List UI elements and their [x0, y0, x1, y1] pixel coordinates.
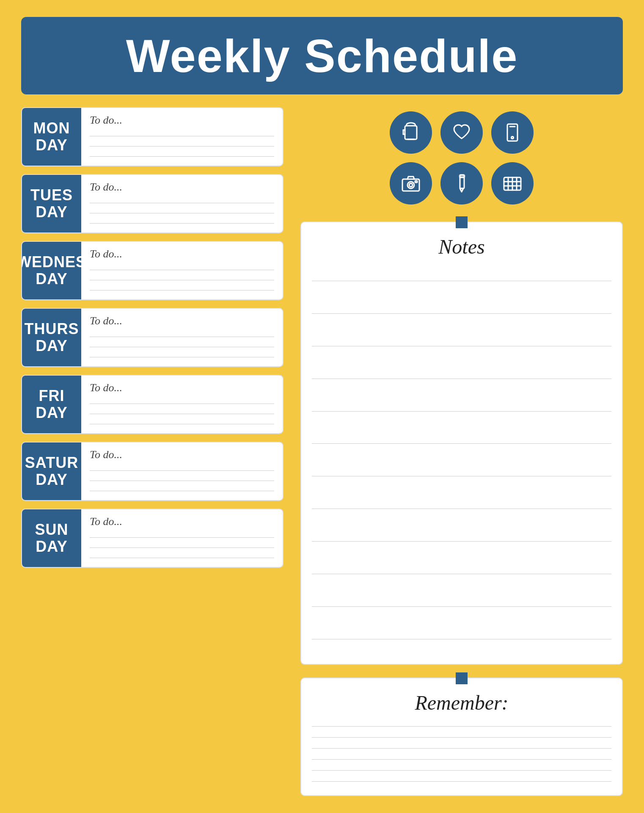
line [90, 270, 274, 270]
svg-rect-15 [460, 175, 465, 177]
sunday-content[interactable]: To do... [81, 509, 283, 567]
line [90, 213, 274, 213]
page-title: Weekly Schedule [126, 29, 518, 83]
line [90, 470, 274, 471]
friday-content[interactable]: To do... [81, 376, 283, 433]
remember-pin [456, 672, 468, 684]
line [90, 404, 274, 404]
tuesday-lines [90, 198, 274, 228]
line [90, 481, 274, 481]
remember-line [312, 759, 611, 760]
note-line [312, 313, 611, 314]
wednesday-row: WEDNESDAY To do... [21, 241, 283, 300]
briefcase-icon [501, 172, 523, 194]
tuesday-label: TUESDAY [22, 175, 81, 232]
note-line [312, 346, 611, 346]
note-line [312, 574, 611, 574]
remember-line [312, 781, 611, 782]
svg-marker-13 [460, 188, 463, 192]
notes-title: Notes [312, 235, 611, 258]
saturday-label: SATURDAY [22, 442, 81, 500]
note-line [312, 281, 611, 281]
thursday-row: THURSDAY To do... [21, 308, 283, 367]
remember-line [312, 737, 611, 738]
thursday-lines [90, 332, 274, 362]
svg-rect-0 [405, 126, 417, 139]
svg-rect-11 [415, 181, 417, 183]
monday-content[interactable]: To do... [81, 108, 283, 166]
remember-line [312, 770, 611, 771]
note-line [312, 541, 611, 542]
briefcase-icon-button[interactable] [491, 162, 534, 205]
phone-icon-button[interactable] [491, 111, 534, 154]
wednesday-label: WEDNESDAY [22, 242, 81, 299]
thursday-label: THURSDAY [22, 309, 81, 366]
notes-lines [312, 265, 611, 655]
note-line [312, 509, 611, 509]
heart-icon-button[interactable] [440, 111, 483, 154]
tuesday-row: TUESDAY To do... [21, 174, 283, 233]
monday-label: MONDAY [22, 108, 81, 166]
svg-point-10 [409, 183, 413, 187]
cup-icon-button[interactable] [390, 111, 432, 154]
heart-icon [451, 122, 473, 144]
tuesday-content[interactable]: To do... [81, 175, 283, 232]
line [90, 414, 274, 414]
line [90, 203, 274, 203]
sunday-placeholder: To do... [90, 515, 274, 528]
line [90, 223, 274, 224]
saturday-content[interactable]: To do... [81, 442, 283, 500]
camera-icon-button[interactable] [390, 162, 432, 205]
pencil-icon-button[interactable] [440, 162, 483, 205]
remember-title: Remember: [312, 691, 611, 714]
line [90, 548, 274, 548]
friday-placeholder: To do... [90, 382, 274, 394]
line [90, 558, 274, 558]
remember-line [312, 726, 611, 727]
wednesday-content[interactable]: To do... [81, 242, 283, 299]
header-banner: Weekly Schedule [21, 17, 623, 94]
sunday-row: SUNDAY To do... [21, 509, 283, 568]
monday-row: MONDAY To do... [21, 107, 283, 166]
note-line [312, 379, 611, 379]
line [90, 337, 274, 337]
wednesday-placeholder: To do... [90, 248, 274, 260]
friday-row: FRIDAY To do... [21, 375, 283, 434]
monday-placeholder: To do... [90, 114, 274, 127]
saturday-lines [90, 465, 274, 496]
line [90, 146, 274, 147]
remember-lines [312, 721, 611, 787]
pencil-icon [451, 172, 473, 194]
line [90, 156, 274, 157]
svg-point-9 [407, 182, 414, 188]
line [90, 136, 274, 136]
line [90, 537, 274, 538]
line [90, 491, 274, 491]
friday-lines [90, 398, 274, 429]
schedule-column: MONDAY To do... TUESDAY To do... [21, 107, 283, 796]
line [90, 357, 274, 357]
note-line [312, 411, 611, 412]
notes-card: Notes [300, 221, 623, 665]
weekly-schedule-page: Weekly Schedule MONDAY To do... TUESD [0, 0, 644, 813]
sunday-lines [90, 532, 274, 563]
main-content: MONDAY To do... TUESDAY To do... [21, 107, 623, 796]
friday-label: FRIDAY [22, 376, 81, 433]
wednesday-lines [90, 265, 274, 295]
line [90, 424, 274, 424]
thursday-placeholder: To do... [90, 315, 274, 327]
note-line [312, 606, 611, 607]
thursday-content[interactable]: To do... [81, 309, 283, 366]
note-line [312, 443, 611, 444]
sunday-label: SUNDAY [22, 509, 81, 567]
right-column: Notes Remem [300, 107, 623, 796]
phone-icon [501, 122, 523, 144]
icons-grid [300, 107, 623, 209]
saturday-placeholder: To do... [90, 448, 274, 461]
note-line [312, 476, 611, 476]
line [90, 290, 274, 290]
remember-line [312, 748, 611, 749]
saturday-row: SATURDAY To do... [21, 442, 283, 501]
remember-card: Remember: [300, 678, 623, 796]
notes-pin [456, 216, 468, 228]
